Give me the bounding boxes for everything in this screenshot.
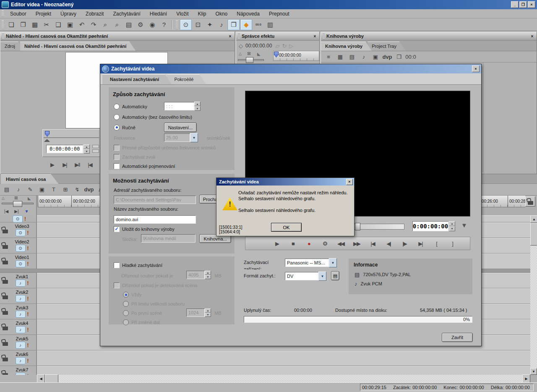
add-title-icon[interactable]: T [48, 185, 59, 195]
checkbox-zachytavat-zvuk[interactable] [114, 154, 120, 160]
go-start-button[interactable]: |◀ [366, 239, 379, 248]
preview-playhead-marker[interactable] [45, 131, 50, 137]
tab-knihovna-vyroby[interactable]: Knihovna výroby [321, 42, 372, 51]
radio-automaticky-bez-limitu[interactable] [114, 114, 120, 120]
scroll-up-icon[interactable]: ▲ [530, 215, 537, 223]
track-audio-button[interactable]: ♪ [16, 342, 26, 349]
auto-time-field[interactable]: : : : [164, 102, 194, 110]
spinner-down-icon[interactable]: ▼ [205, 313, 211, 317]
envelope-icon[interactable]: ⊠ [14, 196, 18, 200]
play-button[interactable]: ▶ [271, 239, 283, 248]
spinner-up-icon[interactable]: ▲ [449, 221, 455, 226]
capture-dialog-close-button[interactable]: × [472, 65, 480, 72]
add-dvp-icon[interactable]: dvp [382, 52, 393, 62]
track-lock-icon[interactable] [3, 280, 8, 284]
track-header[interactable]: Zvuk3 ♪ ! [0, 304, 37, 319]
list-view-icon[interactable]: ≡ [323, 52, 334, 62]
keyframe-icon[interactable]: ◇ [239, 43, 243, 49]
step-back-button[interactable]: ◀| [382, 239, 395, 248]
capture-timecode[interactable]: 0:00:00:00 [412, 221, 448, 231]
add-narration-icon[interactable]: ✎ [25, 185, 36, 195]
spinner-down-icon[interactable]: ▼ [449, 226, 455, 231]
menu-hledani[interactable]: Hledání [145, 9, 172, 18]
step-forward-button[interactable]: |▶ [398, 239, 411, 248]
open-project-icon[interactable]: ❐ [18, 20, 29, 30]
checkbox-automaticke-pojmenovani[interactable] [114, 163, 120, 169]
radio-vzdy[interactable] [123, 292, 129, 298]
tab-nastaveni-zachytavani[interactable]: Nastavení zachytávání [102, 74, 172, 84]
menu-prepnout[interactable]: Prepnout [264, 9, 294, 18]
stop-button[interactable]: ■ [287, 239, 299, 248]
track-header[interactable]: ⊙! [0, 215, 37, 222]
spinner-up-icon[interactable]: ▲ [83, 144, 90, 149]
checkbox-ulozit-do-knihovny[interactable] [114, 226, 120, 232]
rewind-button[interactable]: ◀◀ [334, 239, 347, 248]
add-video-track-icon[interactable]: ▤ [1, 185, 12, 195]
add-transition-icon[interactable]: ↯ [72, 185, 83, 195]
mark-out-button[interactable]: ] [446, 239, 459, 248]
track-visibility-button[interactable]: ⊙ [16, 229, 26, 236]
fade-out-icon[interactable]: ◣ [257, 52, 261, 56]
render-icon[interactable]: ◉ [147, 20, 158, 30]
track-audio-button[interactable]: ♪ [16, 311, 26, 318]
copy-icon[interactable]: ❑ [53, 20, 64, 30]
timeline-zoom-slider[interactable] [2, 203, 34, 204]
cut-icon[interactable]: ✂ [41, 20, 52, 30]
zoom-out-icon[interactable]: ⌕ [100, 20, 111, 30]
multiview-icon[interactable]: ▥ [265, 20, 276, 30]
track-audio-button[interactable]: ♪ [16, 295, 26, 302]
radio-automaticky[interactable] [114, 104, 120, 110]
clip-icon[interactable]: ▱ [275, 43, 279, 49]
library-panel-close-icon[interactable]: × [529, 33, 535, 39]
zoom-in-icon[interactable]: ⌕ [112, 20, 123, 30]
track-lane[interactable] [37, 366, 530, 375]
fast-forward-button[interactable]: ▶▶ [350, 239, 363, 248]
add-image-icon[interactable]: ▣ [36, 185, 47, 195]
fade-in-icon[interactable]: △ [239, 52, 242, 56]
scroll-right-icon[interactable]: ▶ [522, 374, 530, 383]
vscroll-thumb[interactable] [530, 223, 537, 246]
track-lock-icon[interactable] [3, 261, 8, 264]
format-properties-button[interactable]: ▤ [331, 271, 339, 280]
library-timecode-icon[interactable]: 00:0 [405, 52, 416, 62]
trim-size-field[interactable]: 4095 [186, 271, 205, 279]
first-scene-size-field[interactable]: 1024 [186, 308, 205, 317]
play-around-button[interactable]: ▶‖ [71, 160, 83, 169]
preview-timecode[interactable]: 0:00:00:00 [46, 145, 83, 153]
fade-out-icon[interactable]: ◣ [28, 196, 31, 201]
copy-clip-icon[interactable]: ❒ [394, 52, 404, 62]
loop-icon[interactable]: ↻ [282, 43, 287, 49]
device-combo-value[interactable]: Panasonic -- MS... [285, 259, 329, 267]
capture-slider-thumb[interactable] [355, 223, 360, 230]
nazev-input[interactable]: domino.avi [114, 215, 196, 224]
format-combo[interactable]: DV ▼ [285, 272, 326, 281]
tab-project-tray[interactable]: Project Tray [368, 42, 406, 51]
track-row[interactable]: Zvuk7 ♪ ! [0, 366, 530, 375]
grid-view-icon[interactable]: ▦ [335, 52, 346, 62]
frekvence-value[interactable]: 25.00 [164, 133, 190, 142]
settings-icon[interactable]: ⚙ [135, 20, 146, 30]
adresar-input[interactable]: C:\Documents and Settings\Pav [114, 196, 196, 204]
track-row[interactable]: Zvuk6 ♪ ! [0, 350, 530, 366]
zavrit-button[interactable]: Zavřít [442, 333, 473, 342]
play-small-icon[interactable]: ▷ [289, 43, 293, 49]
go-end-icon[interactable]: ▶| [14, 209, 18, 214]
timeline-hscrollbar[interactable]: ◀ ▶ [37, 375, 530, 382]
ok-button[interactable]: OK [271, 223, 302, 232]
track-audio-button[interactable]: ♪ [16, 326, 26, 333]
radio-rucne[interactable] [114, 125, 120, 131]
scroll-down-icon[interactable]: ▼ [530, 368, 537, 375]
snapshot-button[interactable]: ❂ [318, 239, 331, 248]
tab-hlavni-casova-osa[interactable]: Hlavní casová osa [1, 174, 58, 184]
first-scene-spinner[interactable]: ▲ ▼ [205, 308, 211, 317]
spinner-up-icon[interactable]: ▲ [205, 308, 211, 313]
track-header[interactable]: Zvuk4 ♪ ! [0, 319, 37, 335]
track-lock-icon[interactable] [3, 245, 8, 249]
menu-vlozit[interactable]: Vložit [172, 9, 193, 18]
radio-po-prvni[interactable] [123, 310, 129, 316]
add-audio-icon[interactable]: ♪ [358, 52, 369, 62]
timeline-vscrollbar[interactable]: ▲ ▼ [530, 215, 537, 375]
checkbox-presne[interactable] [114, 145, 120, 151]
track-header[interactable]: Video1 ⊙ ! [0, 253, 37, 269]
effects-zoom-thumb[interactable] [246, 57, 253, 63]
